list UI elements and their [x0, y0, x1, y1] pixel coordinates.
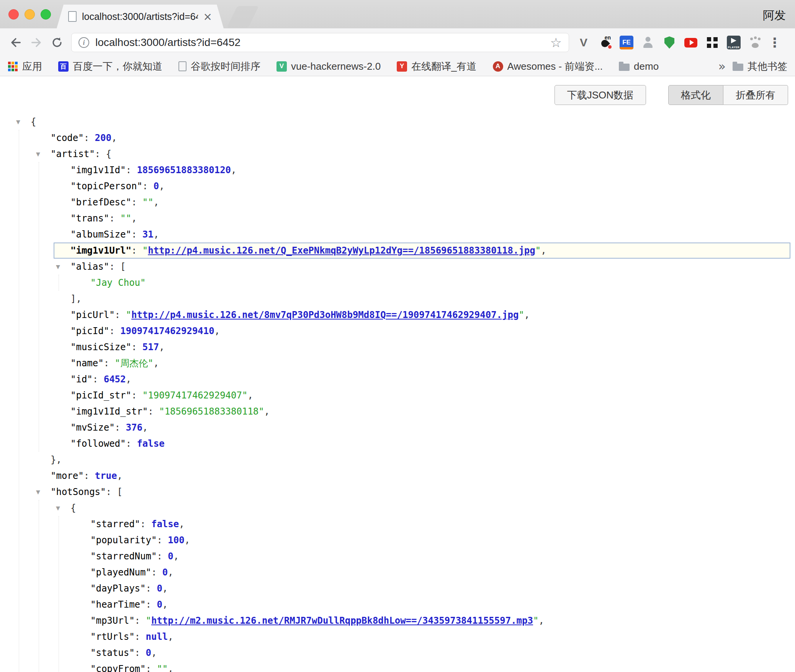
bookmark-label: 应用 [22, 60, 42, 73]
json-line: ], [0, 291, 795, 307]
download-json-button[interactable]: 下载JSON数据 [555, 85, 646, 105]
tab-title: localhost:3000/artists?id=645 [82, 11, 198, 22]
bookmarks-bar: 应用百百度一下，你就知道谷歌按时间排序Vvue-hackernews-2.0Y在… [0, 57, 795, 76]
indent-guide [19, 130, 19, 672]
bookmarks-overflow-icon[interactable]: » [711, 59, 733, 74]
json-line: }, [0, 452, 795, 468]
bookmark-label: vue-hackernews-2.0 [291, 61, 381, 72]
bookmark-item[interactable]: Vvue-hackernews-2.0 [276, 61, 381, 72]
json-line: "mp3Url": "http://m2.music.126.net/RMJR7… [0, 613, 795, 629]
json-line: "code": 200, [0, 130, 795, 146]
bookmark-item[interactable]: AAwesomes - 前端资... [493, 60, 603, 73]
json-url-link[interactable]: http://p4.music.126.net/Q_ExePNkmqB2yWyL… [148, 245, 535, 256]
back-button[interactable] [7, 34, 25, 51]
indent-guide [39, 500, 39, 672]
bookmark-label: 百度一下，你就知道 [73, 60, 162, 73]
bookmark-item[interactable]: Y在线翻译_有道 [397, 60, 476, 73]
bookmark-label: Awesomes - 前端资... [507, 60, 603, 73]
fe-icon[interactable]: FE [620, 36, 633, 49]
indent-guide [59, 275, 59, 291]
json-line: "more": true, [0, 468, 795, 484]
json-line: "picUrl": "http://p4.music.126.net/8mv7q… [0, 307, 795, 323]
json-line: "picId": 19097417462929410, [0, 323, 795, 339]
json-line: ▼"alias": [ [0, 259, 795, 275]
other-bookmarks[interactable]: 其他书签 [733, 60, 787, 73]
page-toolbar: 下载JSON数据 格式化 折叠所有 [555, 85, 788, 105]
person-icon[interactable] [641, 36, 655, 49]
paw-icon[interactable] [748, 36, 762, 49]
json-line: "musicSize": 517, [0, 339, 795, 355]
new-tab-button[interactable] [227, 6, 258, 28]
indent-guide [39, 162, 39, 452]
json-line: "copyFrom": "", [0, 661, 795, 672]
json-line: "status": 0, [0, 645, 795, 661]
minimize-window-button[interactable] [25, 9, 35, 20]
vimium-icon-glyph: V [580, 36, 587, 49]
json-line: "id": 6452, [0, 371, 795, 387]
zoom-window-button[interactable] [41, 9, 51, 20]
collapse-all-button[interactable]: 折叠所有 [723, 85, 788, 105]
qr-icon[interactable] [705, 36, 719, 49]
browser-tab[interactable]: localhost:3000/artists?id=645 × [57, 5, 224, 28]
tab-bar: localhost:3000/artists?id=645 × 阿发 [0, 0, 795, 28]
json-line: "name": "周杰伦", [0, 355, 795, 371]
player-icon[interactable]: PLAYER [727, 36, 741, 49]
json-line: "topicPerson": 0, [0, 178, 795, 194]
other-bookmarks-label: 其他书签 [748, 60, 787, 73]
profile-name[interactable]: 阿发 [763, 8, 786, 23]
json-line: "playedNum": 0, [0, 564, 795, 580]
info-icon[interactable]: i [79, 37, 89, 48]
json-line: "img1v1Id_str": "18569651883380118", [0, 403, 795, 420]
json-line: ▼"hotSongs": [ [0, 484, 795, 500]
json-line: "albumSize": 31, [0, 226, 795, 243]
json-line: ▼{ [0, 500, 795, 516]
json-url-link[interactable]: http://m2.music.126.net/RMJR7wDullRqppBk… [151, 615, 533, 626]
format-button[interactable]: 格式化 [668, 85, 723, 105]
shield-icon[interactable] [662, 36, 676, 49]
bookmark-star-icon[interactable]: ☆ [550, 35, 562, 50]
bookmark-item[interactable]: 应用 [8, 60, 42, 73]
reload-button[interactable] [48, 34, 66, 51]
bookmark-item[interactable]: demo [619, 61, 659, 72]
json-line: ▼"artist": { [0, 146, 795, 162]
folder-icon [733, 64, 743, 71]
extension-icons: VenFEPLAYER [577, 36, 762, 49]
collapse-toggle-icon[interactable]: ▼ [56, 259, 60, 275]
json-line: ▼{ [0, 114, 795, 130]
browser-menu-icon[interactable]: ⋮ [768, 35, 781, 50]
translate-icon-glyph: en [605, 34, 611, 41]
fe-icon-glyph: FE [622, 39, 631, 46]
json-url-link[interactable]: http://p4.music.126.net/8mv7qP30Pd3oHW8b… [131, 310, 519, 320]
address-bar[interactable]: i localhost:3000/artists?id=6452 ☆ [71, 33, 569, 52]
bookmark-item[interactable]: 百百度一下，你就知道 [58, 60, 162, 73]
close-window-button[interactable] [8, 9, 19, 20]
json-line: "trans": "", [0, 210, 795, 226]
json-viewer: ▼{"code": 200,▼"artist": {"img1v1Id": 18… [0, 114, 795, 672]
youtube-icon[interactable] [684, 36, 698, 49]
collapse-toggle-icon[interactable]: ▼ [36, 484, 40, 500]
indent-guide [59, 516, 59, 672]
collapse-toggle-icon[interactable]: ▼ [16, 114, 20, 130]
navigation-bar: i localhost:3000/artists?id=6452 ☆ VenFE… [0, 28, 795, 57]
translate-icon[interactable]: en [598, 36, 612, 49]
forward-button[interactable] [28, 34, 45, 51]
json-line: "mvSize": 376, [0, 420, 795, 436]
collapse-toggle-icon[interactable]: ▼ [56, 500, 60, 516]
vimium-icon[interactable]: V [577, 36, 591, 49]
collapse-toggle-icon[interactable]: ▼ [36, 146, 40, 162]
json-line: "starredNum": 0, [0, 548, 795, 564]
tab-close-icon[interactable]: × [203, 10, 212, 23]
folder-icon [619, 64, 630, 71]
tab-favicon-page-icon [68, 11, 77, 22]
json-line: "img1v1Id": 18569651883380120, [0, 162, 795, 178]
bookmark-item[interactable]: 谷歌按时间排序 [178, 60, 260, 73]
json-line: "rtUrls": null, [0, 629, 795, 645]
json-line: "briefDesc": "", [0, 194, 795, 210]
json-line: "followed": false [0, 436, 795, 452]
awesomes-favicon: A [493, 61, 503, 72]
json-line-highlighted: "img1v1Url": "http://p4.music.126.net/Q_… [54, 243, 790, 259]
player-icon-glyph: PLAYER [727, 46, 741, 49]
vue-favicon: V [276, 61, 287, 72]
browser-window: localhost:3000/artists?id=645 × 阿发 i loc… [0, 0, 795, 672]
json-line: "starred": false, [0, 516, 795, 532]
